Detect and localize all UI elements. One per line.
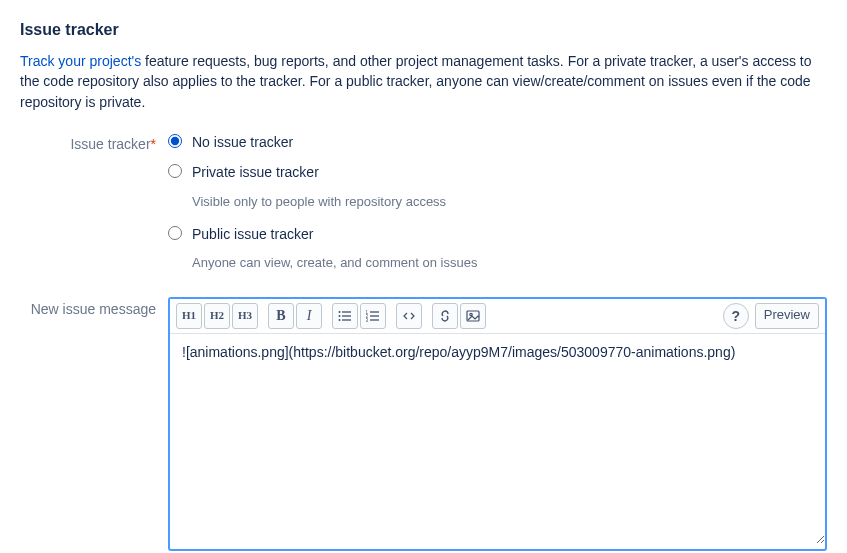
italic-button[interactable]: I: [296, 303, 322, 329]
radio-public-tracker[interactable]: Public issue tracker: [168, 224, 827, 244]
ol-icon: 1 2 3: [366, 310, 380, 322]
issue-tracker-label: Issue tracker*: [20, 132, 168, 154]
radio-no-tracker[interactable]: No issue tracker: [168, 132, 827, 152]
svg-point-4: [339, 319, 341, 321]
issue-tracker-options: No issue tracker Private issue tracker V…: [168, 132, 827, 285]
h3-button[interactable]: H3: [232, 303, 258, 329]
message-textarea[interactable]: [170, 334, 825, 544]
h1-button[interactable]: H1: [176, 303, 202, 329]
markdown-editor: H1 H2 H3 B I: [168, 297, 827, 551]
ul-button[interactable]: [332, 303, 358, 329]
new-issue-message-row: New issue message H1 H2 H3 B I: [20, 297, 827, 553]
svg-text:3: 3: [366, 317, 369, 322]
svg-point-2: [339, 315, 341, 317]
bold-button[interactable]: B: [268, 303, 294, 329]
radio-private-tracker-help: Visible only to people with repository a…: [192, 193, 827, 212]
radio-private-tracker[interactable]: Private issue tracker: [168, 162, 827, 182]
section-description: Track your project's feature requests, b…: [20, 51, 827, 112]
help-button[interactable]: ?: [723, 303, 749, 329]
svg-point-0: [339, 311, 341, 313]
image-icon: [466, 310, 480, 322]
new-issue-message-label: New issue message: [20, 297, 168, 319]
editor-toolbar: H1 H2 H3 B I: [170, 299, 825, 334]
preview-button[interactable]: Preview: [755, 303, 819, 329]
code-icon: [402, 310, 416, 322]
radio-public-tracker-label: Public issue tracker: [192, 224, 313, 244]
link-icon: [438, 310, 452, 322]
link-button[interactable]: [432, 303, 458, 329]
issue-tracker-row: Issue tracker* No issue tracker Private …: [20, 132, 827, 285]
required-mark: *: [151, 136, 156, 152]
code-button[interactable]: [396, 303, 422, 329]
ol-button[interactable]: 1 2 3: [360, 303, 386, 329]
radio-private-tracker-label: Private issue tracker: [192, 162, 319, 182]
radio-public-tracker-help: Anyone can view, create, and comment on …: [192, 254, 827, 273]
track-project-link[interactable]: Track your project's: [20, 53, 141, 69]
h2-button[interactable]: H2: [204, 303, 230, 329]
radio-no-tracker-input[interactable]: [168, 134, 182, 148]
ul-icon: [338, 310, 352, 322]
radio-no-tracker-label: No issue tracker: [192, 132, 293, 152]
image-button[interactable]: [460, 303, 486, 329]
section-title: Issue tracker: [20, 18, 827, 41]
radio-public-tracker-input[interactable]: [168, 226, 182, 240]
radio-private-tracker-input[interactable]: [168, 164, 182, 178]
